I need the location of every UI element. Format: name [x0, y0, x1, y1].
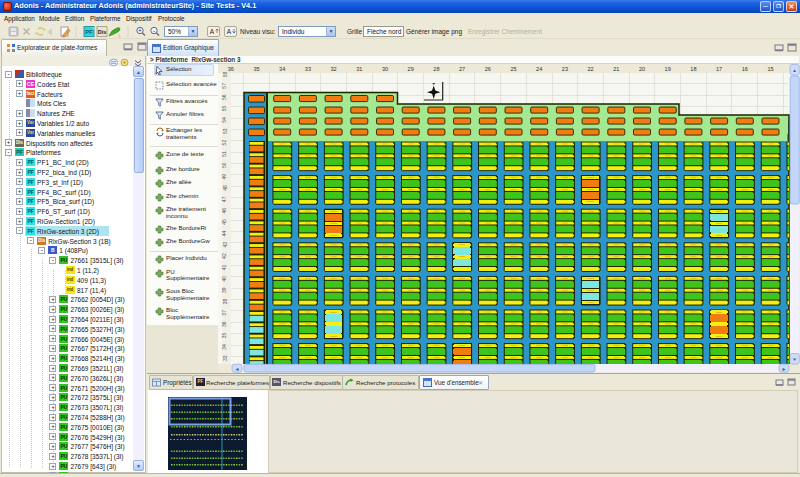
svg-text:33: 33: [305, 66, 311, 72]
svg-text:21: 21: [613, 66, 619, 72]
svg-text:16: 16: [742, 66, 748, 72]
svg-text:53: 53: [222, 128, 228, 134]
svg-text:28: 28: [433, 66, 439, 72]
svg-text:▲: ▲: [792, 68, 797, 73]
svg-text:49: 49: [222, 174, 228, 180]
svg-text:25: 25: [510, 66, 516, 72]
svg-text:34: 34: [279, 66, 285, 72]
svg-text:A: A: [210, 28, 215, 35]
svg-text:57: 57: [222, 83, 228, 89]
svg-text:36: 36: [228, 66, 234, 72]
svg-text:29: 29: [408, 66, 414, 72]
svg-text:55: 55: [222, 106, 228, 112]
svg-text:PF: PF: [85, 29, 93, 35]
svg-text:41: 41: [222, 264, 228, 270]
svg-text:54: 54: [222, 117, 228, 123]
svg-text:-: -: [153, 27, 155, 34]
svg-text:26: 26: [485, 66, 491, 72]
svg-text:32: 32: [330, 66, 336, 72]
svg-text:38: 38: [222, 299, 228, 305]
svg-text:46: 46: [222, 208, 228, 214]
svg-text:22: 22: [587, 66, 593, 72]
svg-text:50: 50: [222, 162, 228, 168]
svg-text:56: 56: [222, 94, 228, 100]
svg-text:◄: ◄: [235, 366, 240, 372]
svg-text:+: +: [138, 27, 142, 34]
svg-text:51: 51: [222, 151, 228, 157]
svg-text:43: 43: [222, 242, 228, 248]
svg-text:Dis: Dis: [98, 29, 107, 35]
svg-text:30: 30: [382, 66, 388, 72]
svg-text:36: 36: [222, 321, 228, 327]
svg-text:39: 39: [222, 287, 228, 293]
svg-text:24: 24: [536, 66, 542, 72]
svg-text:48: 48: [222, 185, 228, 191]
svg-text:58: 58: [222, 72, 228, 78]
svg-text:42: 42: [222, 253, 228, 259]
svg-text:47: 47: [222, 196, 228, 202]
svg-text:►: ►: [782, 366, 787, 372]
svg-text:45: 45: [222, 219, 228, 225]
svg-text:23: 23: [562, 66, 568, 72]
svg-text:33: 33: [222, 355, 228, 361]
svg-text:27: 27: [459, 66, 465, 72]
svg-text:35: 35: [253, 66, 259, 72]
svg-text:40: 40: [222, 276, 228, 282]
svg-text:15: 15: [767, 66, 773, 72]
svg-text:52: 52: [222, 140, 228, 146]
svg-text:34: 34: [222, 344, 228, 350]
svg-text:44: 44: [222, 230, 228, 236]
svg-text:A: A: [227, 28, 232, 35]
svg-text:20: 20: [639, 66, 645, 72]
svg-text:17: 17: [716, 66, 722, 72]
svg-text:19: 19: [665, 66, 671, 72]
svg-text:37: 37: [222, 310, 228, 316]
svg-text:31: 31: [356, 66, 362, 72]
svg-text:35: 35: [222, 333, 228, 339]
svg-text:▼: ▼: [792, 357, 797, 362]
svg-text:18: 18: [690, 66, 696, 72]
